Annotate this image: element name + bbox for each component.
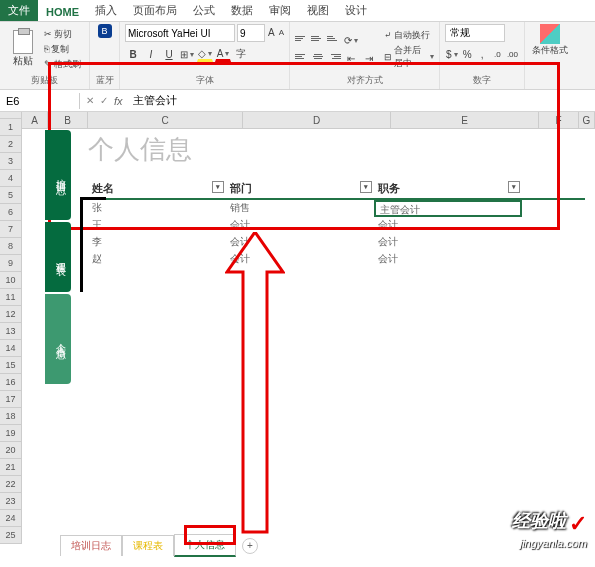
cell-name[interactable]: 李 bbox=[88, 234, 226, 251]
align-center-button[interactable] bbox=[311, 50, 325, 62]
tab-view[interactable]: 视图 bbox=[299, 0, 337, 21]
row-header-10[interactable]: 10 bbox=[0, 272, 21, 289]
cell-pos[interactable]: 主管会计 bbox=[374, 200, 522, 217]
format-painter-button[interactable]: 格式刷 bbox=[44, 58, 81, 71]
cell-name[interactable]: 赵 bbox=[88, 251, 226, 268]
filter-pos-button[interactable]: ▾ bbox=[508, 181, 520, 193]
row-header-23[interactable]: 23 bbox=[0, 493, 21, 510]
row-header-6[interactable]: 6 bbox=[0, 204, 21, 221]
row-header-1[interactable]: 1 bbox=[0, 119, 21, 136]
decrease-decimal-button[interactable]: .00 bbox=[506, 46, 519, 62]
side-tab-course-table[interactable]: 课程表 bbox=[45, 222, 71, 292]
row-header-8[interactable]: 8 bbox=[0, 238, 21, 255]
tab-layout[interactable]: 页面布局 bbox=[125, 0, 185, 21]
cell-pos[interactable]: 会计 bbox=[374, 251, 522, 268]
tab-formulas[interactable]: 公式 bbox=[185, 0, 223, 21]
col-header-D[interactable]: D bbox=[243, 112, 391, 128]
increase-font-button[interactable]: A bbox=[267, 24, 276, 40]
main-content: 个人信息 姓名▾ 部门▾ 职务▾ 张销售主管会计王会计会计李会计会计赵会计会计 bbox=[78, 132, 585, 268]
row-header-22[interactable]: 22 bbox=[0, 476, 21, 493]
phonetic-button[interactable]: 字 bbox=[233, 46, 249, 62]
row-header-25[interactable]: 25 bbox=[0, 527, 21, 544]
wrap-text-button[interactable]: ⤶ 自动换行 bbox=[384, 29, 434, 42]
tab-file[interactable]: 文件 bbox=[0, 0, 38, 21]
bold-button[interactable]: B bbox=[125, 46, 141, 62]
col-header-B[interactable]: B bbox=[48, 112, 88, 128]
formula-input[interactable] bbox=[129, 93, 595, 109]
col-header-A[interactable]: A bbox=[22, 112, 48, 128]
copy-button[interactable]: 复制 bbox=[44, 43, 81, 56]
row-header-14[interactable]: 14 bbox=[0, 340, 21, 357]
conditional-format-button[interactable]: 条件格式 bbox=[530, 24, 570, 57]
tab-review[interactable]: 审阅 bbox=[261, 0, 299, 21]
sheet-area: 1234567891011121314151617181920212223242… bbox=[0, 112, 595, 544]
sheet-tab-training-log[interactable]: 培训日志 bbox=[60, 535, 122, 556]
col-header-C[interactable]: C bbox=[88, 112, 243, 128]
tab-home[interactable]: HOME bbox=[38, 3, 87, 21]
row-header-17[interactable]: 17 bbox=[0, 391, 21, 408]
orientation-button[interactable]: ⟳ bbox=[343, 32, 359, 48]
underline-button[interactable]: U bbox=[161, 46, 177, 62]
border-button[interactable]: ⊞ bbox=[179, 46, 195, 62]
italic-button[interactable]: I bbox=[143, 46, 159, 62]
comma-button[interactable]: , bbox=[476, 46, 489, 62]
indent-left-button[interactable]: ⇤ bbox=[343, 50, 359, 66]
percent-button[interactable]: % bbox=[461, 46, 474, 62]
indent-right-button[interactable]: ⇥ bbox=[361, 50, 377, 66]
align-left-button[interactable] bbox=[295, 50, 309, 62]
cut-button[interactable]: 剪切 bbox=[44, 28, 81, 41]
col-header-E[interactable]: E bbox=[391, 112, 539, 128]
row-header-21[interactable]: 21 bbox=[0, 459, 21, 476]
accept-formula-button[interactable]: ✓ bbox=[100, 95, 108, 106]
row-header-7[interactable]: 7 bbox=[0, 221, 21, 238]
filter-dept-button[interactable]: ▾ bbox=[360, 181, 372, 193]
align-right-button[interactable] bbox=[327, 50, 341, 62]
row-header-13[interactable]: 13 bbox=[0, 323, 21, 340]
tab-data[interactable]: 数据 bbox=[223, 0, 261, 21]
cancel-formula-button[interactable]: ✕ bbox=[86, 95, 94, 106]
cell-dept[interactable]: 销售 bbox=[226, 200, 374, 217]
name-box[interactable]: E6 bbox=[0, 93, 80, 109]
select-all-corner[interactable] bbox=[0, 112, 22, 119]
bluetooth-icon[interactable]: B bbox=[98, 24, 112, 38]
tab-design[interactable]: 设计 bbox=[337, 0, 375, 21]
fill-color-button[interactable]: ◇ bbox=[197, 46, 213, 62]
side-tab-training-log[interactable]: 培训日志 bbox=[45, 130, 71, 220]
align-bottom-button[interactable] bbox=[327, 32, 341, 44]
cell-pos[interactable]: 会计 bbox=[374, 234, 522, 251]
cell-pos[interactable]: 会计 bbox=[374, 217, 522, 234]
row-header-4[interactable]: 4 bbox=[0, 170, 21, 187]
decrease-font-button[interactable]: A bbox=[278, 24, 285, 40]
paste-button[interactable]: 粘贴 bbox=[5, 30, 41, 68]
filter-name-button[interactable]: ▾ bbox=[212, 181, 224, 193]
col-header-F[interactable]: F bbox=[539, 112, 579, 128]
font-name-select[interactable] bbox=[125, 24, 235, 42]
row-header-5[interactable]: 5 bbox=[0, 187, 21, 204]
cell-name[interactable]: 王 bbox=[88, 217, 226, 234]
col-header-G[interactable]: G bbox=[579, 112, 595, 128]
row-header-11[interactable]: 11 bbox=[0, 289, 21, 306]
currency-button[interactable]: $ bbox=[445, 46, 459, 62]
row-header-3[interactable]: 3 bbox=[0, 153, 21, 170]
row-header-2[interactable]: 2 bbox=[0, 136, 21, 153]
row-header-12[interactable]: 12 bbox=[0, 306, 21, 323]
row-header-9[interactable]: 9 bbox=[0, 255, 21, 272]
font-size-select[interactable] bbox=[237, 24, 265, 42]
font-color-button[interactable]: A bbox=[215, 46, 231, 62]
increase-decimal-button[interactable]: .0 bbox=[491, 46, 504, 62]
row-header-15[interactable]: 15 bbox=[0, 357, 21, 374]
row-header-20[interactable]: 20 bbox=[0, 442, 21, 459]
number-format-select[interactable] bbox=[445, 24, 505, 42]
align-top-button[interactable] bbox=[295, 32, 309, 44]
fx-icon[interactable]: fx bbox=[114, 95, 123, 107]
row-header-18[interactable]: 18 bbox=[0, 408, 21, 425]
merge-center-button[interactable]: ⊟ 合并后居中 bbox=[384, 44, 434, 70]
row-header-19[interactable]: 19 bbox=[0, 425, 21, 442]
cell-name[interactable]: 张 bbox=[88, 200, 226, 217]
tab-insert[interactable]: 插入 bbox=[87, 0, 125, 21]
row-header-16[interactable]: 16 bbox=[0, 374, 21, 391]
side-tab-personal-info[interactable]: 个人信息 bbox=[45, 294, 71, 384]
align-middle-button[interactable] bbox=[311, 32, 325, 44]
row-header-24[interactable]: 24 bbox=[0, 510, 21, 527]
sheet-tab-course-table[interactable]: 课程表 bbox=[122, 535, 174, 556]
